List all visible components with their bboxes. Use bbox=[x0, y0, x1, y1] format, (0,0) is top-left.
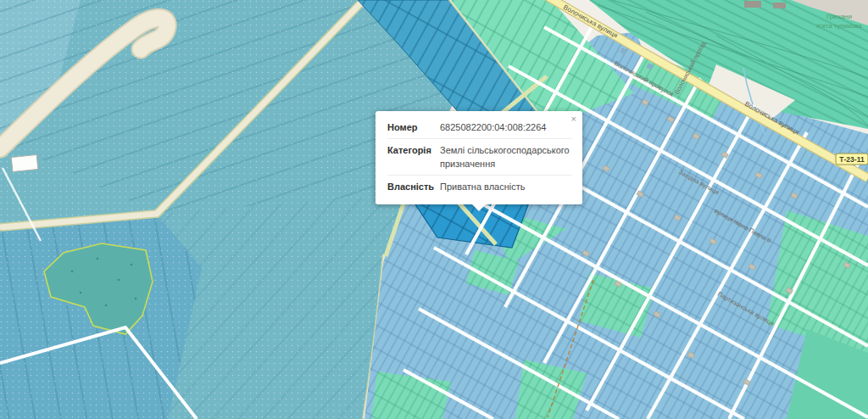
popup-label-ownership: Власність bbox=[387, 180, 440, 194]
popup-row-category: Категорія Землі сільськогосподарського п… bbox=[387, 138, 572, 175]
map-canvas[interactable]: Т-23-11 Волочиська вулиця Волочиська вул… bbox=[0, 0, 868, 419]
popup-value-ownership: Приватна власність bbox=[440, 180, 572, 194]
close-icon[interactable]: × bbox=[571, 115, 576, 124]
parcel-info-popup: × Номер 6825082200:04:008:2264 Категорія… bbox=[376, 111, 582, 204]
popup-label-number: Номер bbox=[387, 120, 440, 135]
railway-label-line1: Гречани bbox=[826, 13, 852, 20]
road-shield: Т-23-11 bbox=[836, 154, 868, 165]
road-shield-label: Т-23-11 bbox=[839, 155, 865, 164]
popup-value-category: Землі сільськогосподарського призначення bbox=[440, 143, 572, 171]
farm-building bbox=[11, 154, 38, 171]
popup-label-category: Категорія bbox=[387, 143, 440, 171]
popup-value-number: 6825082200:04:008:2264 bbox=[440, 120, 572, 135]
popup-row-number: Номер 6825082200:04:008:2264 bbox=[387, 116, 572, 138]
railway-label-line2: п'ята тупикова bbox=[816, 22, 862, 30]
popup-row-ownership: Власність Приватна власність bbox=[387, 175, 572, 198]
map-layers: Т-23-11 Волочиська вулиця Волочиська вул… bbox=[0, 0, 868, 419]
